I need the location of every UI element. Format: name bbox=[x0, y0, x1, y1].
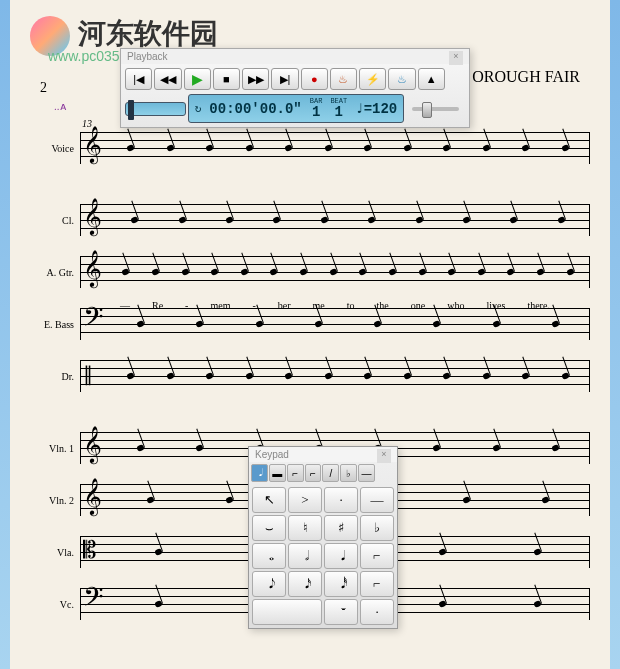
stave-guitar[interactable]: A. Gtr. 𝄞 bbox=[30, 252, 590, 292]
bar-value: 1 bbox=[312, 105, 320, 119]
timeline-slider[interactable] bbox=[125, 102, 186, 116]
keypad-cursor-button[interactable]: ↖ bbox=[252, 487, 286, 513]
stave-lines[interactable]: ∥ bbox=[80, 360, 590, 392]
tempo-value: 120 bbox=[372, 101, 397, 117]
rehearsal-mark: ..ᴀ bbox=[54, 100, 67, 113]
stop-button[interactable]: ■ bbox=[213, 68, 240, 90]
performance-button[interactable]: ♨ bbox=[388, 68, 415, 90]
keypad-panel[interactable]: Keypad × 𝅘𝅥 ▬ ⌐ ⌐ / ♭ — ↖ > · — ⌣ ♮ ♯ ♭ … bbox=[248, 446, 398, 629]
stave-label: Vln. 1 bbox=[30, 443, 80, 454]
rewind-button[interactable]: ◀◀ bbox=[154, 68, 181, 90]
bass-clef-icon: 𝄢 bbox=[83, 304, 104, 336]
score-title-fragment: OROUGH FAIR bbox=[472, 68, 580, 86]
stave-label: E. Bass bbox=[30, 319, 80, 330]
stave-bass[interactable]: E. Bass 𝄢 bbox=[30, 304, 590, 344]
skip-end-button[interactable]: ▶| bbox=[271, 68, 298, 90]
keypad-tie-button[interactable]: ⌣ bbox=[252, 515, 286, 541]
alto-clef-icon: 𝄡 bbox=[83, 538, 96, 562]
stave-voice[interactable]: Voice 𝄞 bbox=[30, 128, 590, 168]
keypad-empty-button[interactable] bbox=[252, 599, 322, 625]
keypad-tab-slashes[interactable]: / bbox=[322, 464, 339, 482]
keypad-bracket-button[interactable]: ⌐ bbox=[360, 543, 394, 569]
watermark-text: 河东软件园 bbox=[78, 18, 218, 49]
rewind-small-icon[interactable]: ↻ bbox=[195, 102, 202, 115]
keypad-quarter-note-button[interactable]: 𝅘𝅥 bbox=[324, 543, 358, 569]
keypad-rest-button[interactable]: 𝄻 bbox=[324, 599, 358, 625]
keypad-bracket2-button[interactable]: ⌐ bbox=[360, 571, 394, 597]
stave-lines[interactable]: 𝄞 bbox=[80, 256, 590, 288]
stave-label: Vln. 2 bbox=[30, 495, 80, 506]
close-icon[interactable]: × bbox=[377, 449, 391, 463]
keypad-title-text: Keypad bbox=[255, 449, 289, 460]
stave-label: Voice bbox=[30, 143, 80, 154]
keypad-sharp-button[interactable]: ♯ bbox=[324, 515, 358, 541]
keypad-thirtysecond-note-button[interactable]: 𝅘𝅥𝅰 bbox=[324, 571, 358, 597]
keypad-tab-accidentals[interactable]: ♭ bbox=[340, 464, 357, 482]
treble-clef-icon: 𝄞 bbox=[83, 480, 102, 512]
fast-forward-button[interactable]: ▶▶ bbox=[242, 68, 269, 90]
keypad-tab-lines[interactable]: ⌐ bbox=[305, 464, 322, 482]
notes[interactable] bbox=[111, 132, 585, 164]
keypad-tab-articulations[interactable]: ⌐ bbox=[287, 464, 304, 482]
keypad-sixteenth-note-button[interactable]: 𝅘𝅥𝅯 bbox=[288, 571, 322, 597]
playback-lcd-row: ↻ 00:00'00.0" BAR 1 BEAT 1 ♩=120 bbox=[125, 94, 465, 123]
live-tempo-button[interactable]: ⚡ bbox=[359, 68, 386, 90]
keypad-accent-button[interactable]: > bbox=[288, 487, 322, 513]
keypad-tab-notes[interactable]: 𝅘𝅥 bbox=[251, 464, 268, 482]
tempo-slider[interactable] bbox=[412, 107, 459, 111]
stave-label: Vla. bbox=[30, 547, 80, 558]
playback-titlebar[interactable]: Playback × bbox=[121, 49, 469, 64]
bass-clef-icon: 𝄢 bbox=[83, 584, 104, 616]
stave-drums[interactable]: Dr. ∥ bbox=[30, 356, 590, 396]
keypad-tab-rests[interactable]: ▬ bbox=[269, 464, 286, 482]
flexi-time-button[interactable]: ♨ bbox=[330, 68, 357, 90]
playback-title-text: Playback bbox=[127, 51, 168, 62]
keypad-natural-button[interactable]: ♮ bbox=[288, 515, 322, 541]
stave-label: A. Gtr. bbox=[30, 267, 80, 278]
time-display: 00:00'00.0" bbox=[209, 101, 301, 117]
stave-label: Dr. bbox=[30, 371, 80, 382]
treble-clef-icon: 𝄞 bbox=[83, 128, 102, 160]
keypad-grid: ↖ > · — ⌣ ♮ ♯ ♭ 𝅝 𝅗𝅥 𝅘𝅥 ⌐ 𝅘𝅥𝅮 𝅘𝅥𝅯 𝅘𝅥𝅰 ⌐ … bbox=[249, 484, 397, 628]
beat-value: 1 bbox=[335, 105, 343, 119]
stave-label: Vc. bbox=[30, 599, 80, 610]
keypad-tab-more[interactable]: — bbox=[358, 464, 375, 482]
stave-lines[interactable]: 𝄞 bbox=[80, 132, 590, 164]
treble-clef-icon: 𝄞 bbox=[83, 428, 102, 460]
playback-toolbar: |◀ ◀◀ ▶ ■ ▶▶ ▶| ● ♨ ⚡ ♨ ▲ bbox=[121, 64, 449, 94]
keypad-eighth-note-button[interactable]: 𝅘𝅥𝅮 bbox=[252, 571, 286, 597]
stave-lines[interactable]: 𝄢 bbox=[80, 308, 590, 340]
keypad-whole-note-button[interactable]: 𝅝 bbox=[252, 543, 286, 569]
keypad-tabs: 𝅘𝅥 ▬ ⌐ ⌐ / ♭ — bbox=[249, 462, 377, 484]
percussion-clef-icon: ∥ bbox=[83, 364, 93, 384]
keypad-titlebar[interactable]: Keypad × bbox=[249, 447, 397, 462]
keypad-half-note-button[interactable]: 𝅗𝅥 bbox=[288, 543, 322, 569]
click-button[interactable]: ▲ bbox=[418, 68, 445, 90]
skip-start-button[interactable]: |◀ bbox=[125, 68, 152, 90]
stave-lines[interactable]: 𝄞 bbox=[80, 204, 590, 236]
play-button[interactable]: ▶ bbox=[184, 68, 211, 90]
keypad-staccato-button[interactable]: · bbox=[324, 487, 358, 513]
page-number: 2 bbox=[40, 80, 47, 96]
keypad-dot-button[interactable]: · bbox=[360, 599, 394, 625]
treble-clef-icon: 𝄞 bbox=[83, 200, 102, 232]
record-button[interactable]: ● bbox=[301, 68, 328, 90]
stave-label: Cl. bbox=[30, 215, 80, 226]
keypad-tenuto-button[interactable]: — bbox=[360, 487, 394, 513]
tempo-note-icon: ♩= bbox=[355, 101, 372, 117]
playback-panel[interactable]: Playback × |◀ ◀◀ ▶ ■ ▶▶ ▶| ● ♨ ⚡ ♨ ▲ ↻ 0… bbox=[120, 48, 470, 128]
stave-clarinet[interactable]: Cl. 𝄞 bbox=[30, 200, 590, 240]
treble-clef-icon: 𝄞 bbox=[83, 252, 102, 284]
keypad-flat-button[interactable]: ♭ bbox=[360, 515, 394, 541]
close-icon[interactable]: × bbox=[449, 51, 463, 65]
lcd-display[interactable]: ↻ 00:00'00.0" BAR 1 BEAT 1 ♩=120 bbox=[188, 94, 405, 123]
